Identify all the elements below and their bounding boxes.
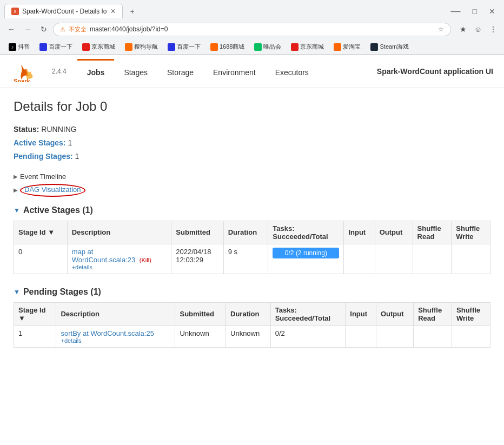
address-bar[interactable]: ⚠ 不安全 master:4040/jobs/job/?id=0 ☆ [53,23,451,36]
cell-stage-id: 0 [14,244,68,274]
col-shuffle-read[interactable]: ShuffleRead [413,221,452,244]
cell-input-p [346,326,376,347]
back-button[interactable]: ← [4,22,18,36]
pending-stages-table: Stage Id▼ Description Submitted Duration… [14,302,490,348]
cell-output-p [376,326,413,347]
col-input[interactable]: Input [344,221,375,244]
bookmark-vip[interactable]: 唯品会 [250,41,286,52]
col-input-p[interactable]: Input [346,302,376,326]
spark-logo: Spark 2.4.4 [0,55,77,88]
col-duration[interactable]: Duration [223,221,268,244]
active-stage-description-link[interactable]: map atWordCount.scala:23 [72,248,136,264]
cell-tasks-p: 0/2 [270,326,346,347]
event-timeline-arrow: ▶ [14,174,18,180]
col-output-p[interactable]: Output [376,302,413,326]
job-info: Status: RUNNING Active Stages: 1 Pending… [14,123,490,164]
active-stages-table: Stage Id ▼ Description Submitted Duratio… [14,221,490,274]
bookmark-star[interactable]: ☆ [438,25,444,33]
nav-executors[interactable]: Executors [266,59,319,84]
bookmark-baidu2[interactable]: 百度一下 [163,41,205,52]
app-name: Spark-WordCount application UI [366,59,504,83]
new-tab-button[interactable]: + [126,5,139,18]
cell-duration-p: Unknown [226,326,271,347]
page-title: Details for Job 0 [14,99,490,114]
browser-title-bar: S Spark-WordCount - Details fo ✕ + — □ ✕ [0,0,504,19]
cell-description-p: sortBy at WordCount.scala:25 +details [56,326,175,347]
active-stages-header[interactable]: ▼ Active Stages (1) [14,205,490,215]
col-stage-id[interactable]: Stage Id ▼ [14,221,68,244]
browser-tab[interactable]: S Spark-WordCount - Details fo ✕ [4,4,123,18]
more-options-icon[interactable]: ⋮ [487,23,500,36]
pending-stages-header[interactable]: ▼ Pending Stages (1) [14,287,490,297]
status-value: RUNNING [41,125,76,134]
nav-jobs[interactable]: Jobs [77,59,115,84]
col-shuffle-write-p[interactable]: ShuffleWrite [452,302,490,326]
col-shuffle-read-p[interactable]: ShuffleRead [414,302,452,326]
bookmarks-bar: ♪ 抖音 百度一下 京东商城 搜狗导航 百度一下 1688商城 唯品会 [0,39,504,55]
col-stage-id-p[interactable]: Stage Id▼ [14,302,56,326]
col-duration-p[interactable]: Duration [226,302,271,326]
col-submitted[interactable]: Submitted [171,221,223,244]
active-stages-link[interactable]: Active Stages: [14,138,68,147]
bookmark-baidu1[interactable]: 百度一下 [35,41,77,52]
nav-storage[interactable]: Storage [157,59,203,84]
bookmark-taobao[interactable]: 爱淘宝 [329,41,365,52]
vip-favicon [254,43,262,51]
active-stage-details-link[interactable]: +details [72,264,167,270]
active-stages-section: ▼ Active Stages (1) Stage Id ▼ Descripti… [14,205,490,274]
cell-submitted-p: Unknown [175,326,226,347]
tab-close-button[interactable]: ✕ [110,8,116,15]
browser-chrome: S Spark-WordCount - Details fo ✕ + — □ ✕… [0,0,504,55]
forward-button[interactable]: → [21,22,35,36]
pending-stage-details-link[interactable]: +details [61,337,170,344]
col-tasks[interactable]: Tasks:Succeeded/Total [268,221,344,244]
dag-visualization-link[interactable]: DAG Visualization [24,185,81,194]
bookmark-jd1[interactable]: 京东商城 [78,41,120,52]
col-description-p[interactable]: Description [56,302,175,326]
cell-shuffle-read-p [414,326,452,347]
col-shuffle-write[interactable]: ShuffleWrite [452,221,490,244]
cell-input [344,244,375,274]
nav-environment[interactable]: Environment [203,59,266,84]
tab-title: Spark-WordCount - Details fo [22,8,107,15]
taobao-favicon [334,43,341,51]
cell-shuffle-write [452,244,490,274]
svg-text:Spark: Spark [14,78,30,82]
active-stages-row: Active Stages: 1 [14,136,490,150]
window-minimize[interactable]: — [447,3,465,19]
jd2-favicon [291,43,299,51]
active-stages-thead: Stage Id ▼ Description Submitted Duratio… [14,221,490,244]
window-maximize[interactable]: □ [468,5,481,18]
pending-stages-thead: Stage Id▼ Description Submitted Duration… [14,302,490,326]
bookmark-jd2[interactable]: 京东商城 [287,41,328,52]
active-stages-collapse-icon: ▼ [14,207,20,214]
baidu-favicon [39,43,47,51]
col-description[interactable]: Description [67,221,171,244]
cell-duration: 9 s [223,244,268,274]
nav-stages[interactable]: Stages [114,59,157,84]
window-close[interactable]: ✕ [485,5,500,18]
bookmark-douyin[interactable]: ♪ 抖音 [4,41,34,52]
security-icon: ⚠ [60,26,65,33]
pending-stage-description-link[interactable]: sortBy at WordCount.scala:25 [61,329,154,337]
pending-stages-link[interactable]: Pending Stages: [14,152,75,161]
kill-link[interactable]: (Kill) [140,257,151,263]
refresh-button[interactable]: ↻ [37,22,51,36]
bookmark-sogou[interactable]: 搜狗导航 [121,41,162,52]
event-timeline-link[interactable]: ▶ Event Timeline [14,172,490,181]
dag-arrow-icon: ▶ [14,187,18,193]
col-output[interactable]: Output [375,221,413,244]
cell-shuffle-write-p [452,326,490,347]
col-tasks-p[interactable]: Tasks:Succeeded/Total [270,302,346,326]
dag-visualization-container: ▶ DAG Visualization [14,184,490,197]
ali-favicon [210,43,218,51]
steam-favicon [370,43,378,51]
col-submitted-p[interactable]: Submitted [175,302,226,326]
extensions-icon[interactable]: ★ [456,23,469,36]
jd-favicon [82,43,90,51]
event-timeline-container: ▶ Event Timeline [14,172,490,181]
table-row: 0 map atWordCount.scala:23 (Kill) +detai… [14,244,490,274]
bookmark-steam[interactable]: Steam游戏 [366,41,413,52]
bookmark-1688[interactable]: 1688商城 [206,41,249,52]
profile-icon[interactable]: ☺ [472,23,485,36]
